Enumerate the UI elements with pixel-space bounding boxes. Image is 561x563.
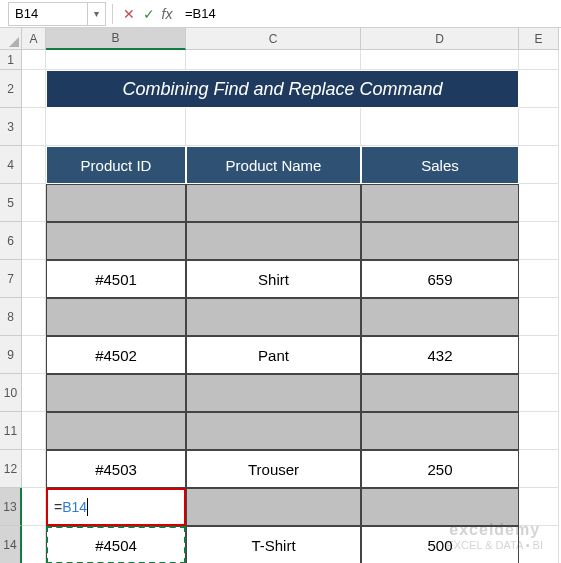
column-header[interactable]: C (186, 28, 361, 50)
row-header[interactable]: 9 (0, 336, 22, 374)
cell[interactable]: #4501 (46, 260, 186, 298)
cell[interactable] (519, 374, 559, 412)
select-all-corner[interactable] (0, 28, 22, 50)
cell[interactable]: #4503 (46, 450, 186, 488)
watermark-text: EXCEL & DATA • BI (446, 539, 543, 551)
text-cursor-icon (87, 498, 88, 516)
cell[interactable] (22, 488, 46, 526)
column-header[interactable]: D (361, 28, 519, 50)
row-header[interactable]: 1 (0, 50, 22, 70)
cell[interactable] (22, 412, 46, 450)
cell[interactable]: Trouser (186, 450, 361, 488)
cell[interactable] (22, 70, 46, 108)
cell[interactable] (46, 222, 186, 260)
cell[interactable] (519, 298, 559, 336)
cancel-button[interactable]: ✕ (119, 4, 139, 24)
cell[interactable]: #4504 (46, 526, 186, 563)
cell[interactable] (361, 108, 519, 146)
chevron-down-icon: ▾ (94, 8, 99, 19)
cell[interactable] (519, 488, 559, 526)
formula-bar-row: B14 ▾ ✕ ✓ fx (0, 0, 561, 28)
cell[interactable] (519, 50, 559, 70)
cell[interactable]: #4502 (46, 336, 186, 374)
cell[interactable] (22, 108, 46, 146)
name-box-dropdown[interactable]: ▾ (88, 2, 106, 26)
cell[interactable] (22, 260, 46, 298)
cell[interactable] (361, 488, 519, 526)
cell[interactable]: T-Shirt (186, 526, 361, 563)
cell[interactable] (46, 374, 186, 412)
row-header[interactable]: 8 (0, 298, 22, 336)
formula-input[interactable] (179, 2, 561, 26)
enter-button[interactable]: ✓ (139, 4, 159, 24)
column-header[interactable]: E (519, 28, 559, 50)
cell[interactable] (22, 374, 46, 412)
cell[interactable] (46, 184, 186, 222)
cell[interactable] (186, 412, 361, 450)
row-header[interactable]: 13 (0, 488, 22, 526)
header-cell[interactable]: Sales (361, 146, 519, 184)
row-header[interactable]: 6 (0, 222, 22, 260)
cell[interactable] (22, 184, 46, 222)
cell[interactable] (22, 298, 46, 336)
cell[interactable] (186, 222, 361, 260)
cell[interactable] (361, 374, 519, 412)
cell[interactable] (519, 108, 559, 146)
cell[interactable] (22, 450, 46, 488)
cell[interactable]: 432 (361, 336, 519, 374)
cell[interactable] (186, 50, 361, 70)
fx-icon: fx (162, 6, 173, 22)
header-cell[interactable]: Product Name (186, 146, 361, 184)
header-cell[interactable]: Product ID (46, 146, 186, 184)
cell[interactable] (46, 298, 186, 336)
cell[interactable] (46, 412, 186, 450)
row-header[interactable]: 7 (0, 260, 22, 298)
cell[interactable] (361, 222, 519, 260)
row-header[interactable]: 11 (0, 412, 22, 450)
cell[interactable] (361, 412, 519, 450)
cell[interactable] (22, 50, 46, 70)
cell[interactable] (519, 70, 559, 108)
row-header[interactable]: 3 (0, 108, 22, 146)
cell[interactable]: 659 (361, 260, 519, 298)
cell[interactable] (519, 222, 559, 260)
cell[interactable] (186, 488, 361, 526)
cell[interactable]: 250 (361, 450, 519, 488)
column-header-row: A B C D E (22, 28, 561, 50)
cell[interactable]: Pant (186, 336, 361, 374)
cell[interactable] (519, 260, 559, 298)
cell[interactable] (46, 50, 186, 70)
column-header[interactable]: A (22, 28, 46, 50)
close-icon: ✕ (123, 6, 135, 22)
cell[interactable] (186, 298, 361, 336)
column-header[interactable]: B (46, 28, 186, 50)
cell[interactable] (361, 50, 519, 70)
cell[interactable] (186, 374, 361, 412)
cell[interactable] (186, 108, 361, 146)
cell[interactable] (519, 146, 559, 184)
cell[interactable] (519, 412, 559, 450)
cell[interactable] (186, 184, 361, 222)
row-header[interactable]: 5 (0, 184, 22, 222)
cell[interactable] (361, 184, 519, 222)
row-header[interactable]: 4 (0, 146, 22, 184)
title-cell[interactable]: Combining Find and Replace Command (46, 70, 519, 108)
cell[interactable] (519, 184, 559, 222)
cell[interactable] (22, 146, 46, 184)
editing-cell[interactable]: =B14 (46, 488, 186, 526)
cell[interactable] (22, 222, 46, 260)
cell[interactable] (361, 298, 519, 336)
name-box[interactable]: B14 (8, 2, 88, 26)
row-header[interactable]: 2 (0, 70, 22, 108)
cell[interactable] (22, 526, 46, 563)
row-header[interactable]: 12 (0, 450, 22, 488)
row-header[interactable]: 10 (0, 374, 22, 412)
watermark-text: exceldemy (446, 521, 543, 539)
cell[interactable]: Shirt (186, 260, 361, 298)
insert-function-button[interactable]: fx (159, 4, 179, 24)
cell[interactable] (519, 450, 559, 488)
cell[interactable] (519, 336, 559, 374)
cell[interactable] (46, 108, 186, 146)
row-header[interactable]: 14 (0, 526, 22, 563)
cell[interactable] (22, 336, 46, 374)
